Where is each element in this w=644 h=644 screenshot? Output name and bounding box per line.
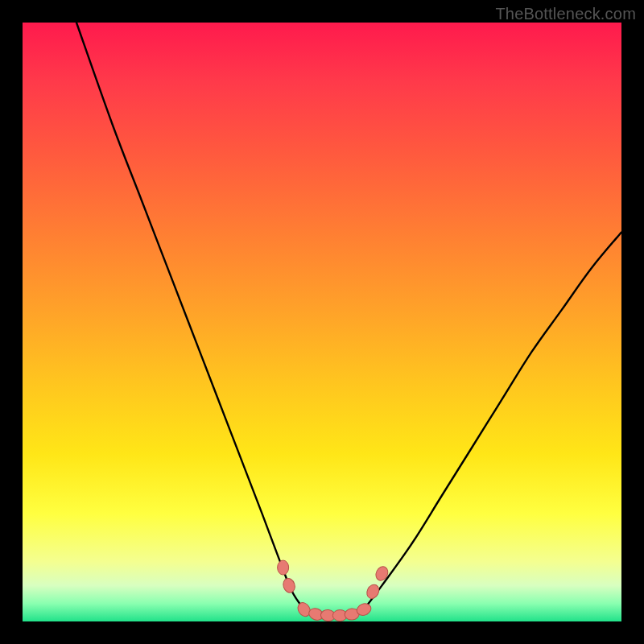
marker-group [278, 560, 390, 622]
curve-left-branch [76, 23, 304, 609]
chart-frame: TheBottleneck.com [0, 0, 644, 644]
marker-point [282, 577, 297, 595]
marker-point [278, 560, 289, 575]
marker-point [365, 583, 382, 601]
curve-right-branch [364, 232, 621, 609]
watermark-text: TheBottleneck.com [495, 5, 636, 23]
plot-area [23, 23, 621, 621]
curve-layer [23, 23, 621, 621]
marker-point [374, 564, 390, 582]
